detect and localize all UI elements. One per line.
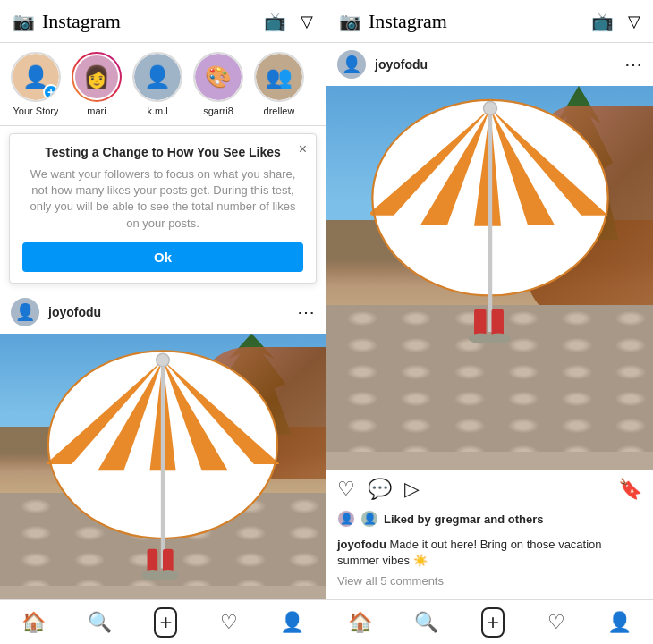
left-nav-search[interactable]: 🔍 <box>88 611 112 634</box>
right-nav-add[interactable]: + <box>481 607 505 638</box>
story-sgarri8[interactable]: 🎨 sgarri8 <box>193 52 243 116</box>
right-nav-search[interactable]: 🔍 <box>414 611 438 634</box>
your-story[interactable]: 👤 + Your Story <box>11 52 61 116</box>
story-kml[interactable]: 👤 k.m.l <box>132 52 182 116</box>
your-story-label: Your Story <box>13 106 59 116</box>
liked-by-label: Liked by <box>384 513 431 526</box>
left-panel: 📷 Instagram 📺 ▽ 👤 + Your Story <box>0 0 326 644</box>
right-nav-profile[interactable]: 👤 <box>607 611 632 634</box>
right-post-more-button[interactable]: ⋯ <box>624 54 642 75</box>
right-panel: 📷 Instagram 📺 ▽ 👤 joyofodu ⋯ <box>326 0 653 644</box>
likes-text: Liked by gregmar and others <box>384 513 544 526</box>
story-drellew[interactable]: 👥 drellew <box>254 52 304 116</box>
left-post-header: 👤 joyofodu ⋯ <box>0 291 326 334</box>
right-post-likes: 👤 👤 Liked by gregmar and others <box>326 508 653 535</box>
likes-others: and others <box>484 513 543 526</box>
notification-ok-button[interactable]: Ok <box>22 242 303 272</box>
right-heart-button[interactable]: ♡ <box>337 478 355 501</box>
tv-icon-left[interactable]: 📺 <box>264 11 286 32</box>
left-header-icons: 📺 ▽ <box>264 11 313 32</box>
notification-title: Testing a Change to How You See Likes <box>22 145 303 159</box>
filter-icon-right[interactable]: ▽ <box>628 12 640 31</box>
svg-point-27 <box>486 333 510 343</box>
right-post-image <box>326 86 653 470</box>
likes-avatars-row: 👤 👤 Liked by gregmar and others <box>337 510 642 528</box>
story-mari-label: mari <box>87 106 106 116</box>
right-post-actions: ♡ 💬 ▷ 🔖 <box>326 470 653 508</box>
right-header: 📷 Instagram 📺 ▽ <box>326 0 653 43</box>
likes-username[interactable]: gregmar <box>434 513 480 526</box>
left-bottom-nav: 🏠 🔍 + ♡ 👤 <box>0 599 326 644</box>
left-nav-profile[interactable]: 👤 <box>280 611 304 634</box>
svg-point-8 <box>157 353 170 367</box>
filter-icon-left[interactable]: ▽ <box>301 12 313 31</box>
right-action-icons-left: ♡ 💬 ▷ <box>337 478 420 501</box>
camera-icon: 📷 <box>13 11 35 32</box>
right-post-header: 👤 joyofodu ⋯ <box>326 43 653 86</box>
left-header: 📷 Instagram 📺 ▽ <box>0 0 326 43</box>
right-post-avatar: 👤 <box>337 50 366 79</box>
add-story-badge: + <box>43 84 59 100</box>
story-drellew-label: drellew <box>264 106 295 116</box>
story-sgarri8-label: sgarri8 <box>203 106 233 116</box>
right-post-user: 👤 joyofodu <box>337 50 428 79</box>
right-nav-heart[interactable]: ♡ <box>547 611 565 634</box>
left-post-user: 👤 joyofodu <box>11 298 101 326</box>
right-header-icons: 📺 ▽ <box>591 11 640 32</box>
tv-icon-right[interactable]: 📺 <box>591 11 614 32</box>
left-post-username[interactable]: joyofodu <box>48 305 101 319</box>
left-post-more-button[interactable]: ⋯ <box>297 301 315 323</box>
right-logo: 📷 Instagram <box>339 10 447 33</box>
left-nav-home[interactable]: 🏠 <box>21 611 46 634</box>
left-post-image <box>0 334 326 599</box>
right-post-username[interactable]: joyofodu <box>375 57 428 72</box>
app-name-left: Instagram <box>42 10 121 33</box>
right-comment-button[interactable]: 💬 <box>368 478 392 501</box>
stories-row: 👤 + Your Story 👩 mari 👤 <box>0 43 326 126</box>
notification-banner: × Testing a Change to How You See Likes … <box>9 133 317 284</box>
svg-point-22 <box>483 101 496 114</box>
left-logo: 📷 Instagram <box>13 10 121 33</box>
left-nav-heart[interactable]: ♡ <box>220 611 238 634</box>
caption-username[interactable]: joyofodu <box>337 538 386 551</box>
right-post-caption: joyofodu Made it out here! Bring on thos… <box>326 535 653 572</box>
likes-avatar-1: 👤 <box>337 510 355 528</box>
right-bottom-nav: 🏠 🔍 + ♡ 👤 <box>326 599 653 644</box>
notification-body: We want your followers to focus on what … <box>22 166 303 232</box>
camera-icon-right: 📷 <box>339 11 361 32</box>
likes-avatar-2: 👤 <box>360 510 378 528</box>
right-bookmark-button[interactable]: 🔖 <box>618 478 642 501</box>
umbrella-svg-right <box>356 97 623 345</box>
right-view-comments-button[interactable]: View all 5 comments <box>326 572 653 595</box>
left-post-avatar: 👤 <box>11 298 39 326</box>
svg-point-13 <box>157 570 178 580</box>
right-share-button[interactable]: ▷ <box>404 478 420 501</box>
right-nav-home[interactable]: 🏠 <box>348 611 372 634</box>
umbrella-svg <box>32 347 293 581</box>
story-kml-label: k.m.l <box>147 106 167 116</box>
story-mari[interactable]: 👩 mari <box>72 52 122 116</box>
notification-close-button[interactable]: × <box>299 141 307 157</box>
left-nav-add[interactable]: + <box>154 607 177 638</box>
app-name-right: Instagram <box>369 10 447 33</box>
